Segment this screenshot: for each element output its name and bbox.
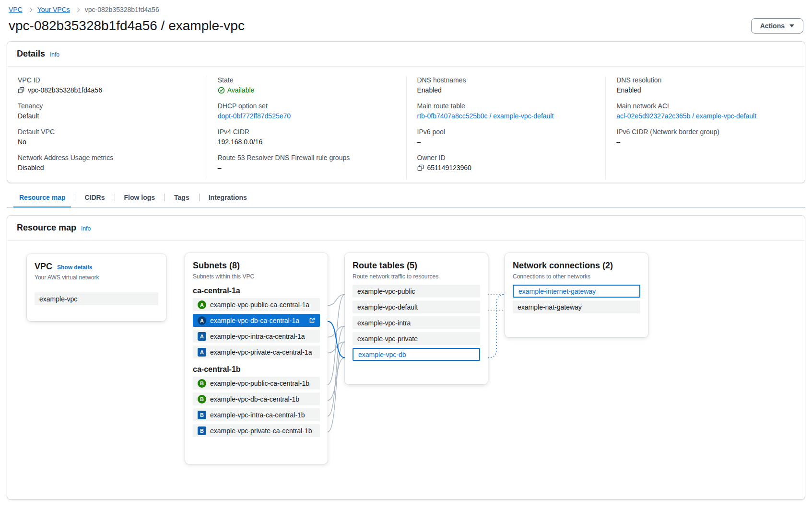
- details-column-3: DNS hostnames Enabled Main route table r…: [406, 76, 606, 180]
- status-badge: Available: [227, 86, 255, 94]
- field-route53-firewall-groups: Route 53 Resolver DNS Firewall rule grou…: [218, 154, 396, 172]
- subnet-item-db-1b[interactable]: B example-vpc-db-ca-central-1b: [193, 392, 320, 405]
- route-table-item-intra[interactable]: example-vpc-intra: [353, 316, 480, 329]
- resource-map-info-link[interactable]: Info: [81, 225, 91, 232]
- field-value: –: [616, 138, 620, 146]
- copy-icon[interactable]: [18, 87, 24, 93]
- route-tables-column-title: Route tables (5): [353, 261, 417, 271]
- subnet-item-label: example-vpc-private-ca-central-1b: [210, 427, 312, 435]
- subnets-column: Subnets (8) Subnets within this VPC ca-c…: [185, 253, 328, 464]
- field-label: IPv6 pool: [417, 128, 595, 136]
- details-info-link[interactable]: Info: [50, 51, 59, 58]
- breadcrumb-separator-icon: [75, 7, 80, 12]
- vpc-column-subtitle: Your AWS virtual network: [35, 274, 158, 281]
- subnet-item-private-1a[interactable]: A example-vpc-private-ca-central-1a: [193, 346, 320, 358]
- subnets-column-subtitle: Subnets within this VPC: [193, 273, 320, 280]
- connection-item-label: example-internet-gateway: [518, 288, 596, 295]
- az-b-badge-icon: B: [198, 395, 206, 403]
- subnet-item-label: example-vpc-public-ca-central-1b: [210, 380, 309, 387]
- subnet-item-label: example-vpc-intra-ca-central-1b: [210, 411, 305, 419]
- main-route-table-link[interactable]: rtb-0fb7407a8cc525b0c / example-vpc-defa…: [417, 112, 554, 120]
- resource-map-title: Resource map: [17, 223, 76, 233]
- details-column-1: VPC ID vpc-082b35328b1fd4a56 Tenancy Def…: [7, 76, 207, 180]
- field-ipv6-pool: IPv6 pool –: [417, 128, 595, 146]
- tab-flow-logs[interactable]: Flow logs: [115, 188, 165, 207]
- subnet-item-intra-1b[interactable]: B example-vpc-intra-ca-central-1b: [193, 408, 320, 421]
- external-link-icon[interactable]: [309, 317, 315, 323]
- field-value: Enabled: [417, 86, 442, 94]
- subnet-item-label: example-vpc-db-ca-central-1b: [210, 395, 299, 403]
- network-connections-column-title: Network connections (2): [513, 261, 613, 271]
- field-network-address-usage-metrics: Network Address Usage metrics Disabled: [18, 154, 196, 172]
- az-b-badge-icon: B: [198, 426, 206, 435]
- breadcrumb: VPC Your VPCs vpc-082b35328b1fd4a56: [0, 0, 812, 14]
- field-dns-resolution: DNS resolution Enabled: [616, 76, 794, 94]
- breadcrumb-separator-icon: [27, 7, 32, 12]
- tab-integrations[interactable]: Integrations: [199, 188, 257, 207]
- az-group-heading: ca-central-1a: [193, 287, 320, 295]
- route-table-item-label: example-vpc-default: [357, 303, 418, 311]
- az-a-badge-icon: A: [198, 332, 206, 341]
- field-value: Disabled: [18, 164, 44, 172]
- vpc-column: VPC Show details Your AWS virtual networ…: [27, 254, 166, 321]
- network-connections-column: Network connections (2) Connections to o…: [505, 253, 648, 337]
- dhcp-option-set-link[interactable]: dopt-0bf772ff87d525e70: [218, 112, 291, 120]
- details-grid: VPC ID vpc-082b35328b1fd4a56 Tenancy Def…: [7, 67, 805, 183]
- tab-cidrs[interactable]: CIDRs: [75, 188, 114, 207]
- field-value: –: [218, 164, 222, 172]
- route-table-item-db[interactable]: example-vpc-db: [353, 348, 480, 361]
- field-label: Route 53 Resolver DNS Firewall rule grou…: [218, 154, 396, 161]
- subnets-column-title: Subnets (8): [193, 261, 240, 271]
- route-tables-column-subtitle: Route network traffic to resources: [353, 273, 480, 280]
- az-group-heading: ca-central-1b: [193, 365, 320, 374]
- az-a-badge-icon: A: [198, 300, 206, 309]
- connection-item-nat-gateway[interactable]: example-nat-gateway: [513, 300, 640, 313]
- field-label: Main network ACL: [616, 102, 794, 110]
- tab-resource-map[interactable]: Resource map: [10, 188, 75, 207]
- field-ipv4-cidr: IPv4 CIDR 192.168.0.0/16: [218, 128, 396, 146]
- subnet-item-public-1a[interactable]: A example-vpc-public-ca-central-1a: [193, 298, 320, 311]
- field-label: DHCP option set: [218, 102, 396, 110]
- show-details-link[interactable]: Show details: [57, 264, 92, 271]
- connection-item-internet-gateway[interactable]: example-internet-gateway: [513, 285, 640, 298]
- breadcrumb-link-vpc[interactable]: VPC: [9, 6, 23, 13]
- field-main-route-table: Main route table rtb-0fb7407a8cc525b0c /…: [417, 102, 595, 120]
- subnet-item-private-1b[interactable]: B example-vpc-private-ca-central-1b: [193, 424, 320, 437]
- details-column-4: DNS resolution Enabled Main network ACL …: [605, 76, 805, 180]
- subnet-item-public-1b[interactable]: B example-vpc-public-ca-central-1b: [193, 377, 320, 390]
- actions-button-label: Actions: [760, 22, 785, 30]
- field-label: Default VPC: [18, 128, 196, 136]
- field-value: 651149123960: [427, 164, 471, 172]
- field-label: IPv4 CIDR: [218, 128, 396, 136]
- field-value: 192.168.0.0/16: [218, 138, 262, 146]
- route-table-item-public[interactable]: example-vpc-public: [353, 285, 480, 298]
- subnet-item-label: example-vpc-private-ca-central-1a: [210, 348, 312, 356]
- breadcrumb-current: vpc-082b35328b1fd4a56: [85, 6, 159, 13]
- details-column-2: State Available DHCP option set dopt-0bf…: [207, 76, 406, 180]
- copy-icon[interactable]: [417, 164, 424, 171]
- vpc-item-label: example-vpc: [39, 295, 77, 303]
- field-label: DNS hostnames: [417, 76, 595, 84]
- field-owner-id: Owner ID 651149123960: [417, 154, 595, 172]
- route-table-item-label: example-vpc-intra: [357, 319, 411, 327]
- field-label: Tenancy: [18, 102, 196, 110]
- main-network-acl-link[interactable]: acl-02e5d92327a2c365b / example-vpc-defa…: [616, 112, 756, 120]
- field-label: State: [218, 76, 396, 84]
- field-value: vpc-082b35328b1fd4a56: [28, 86, 102, 94]
- field-main-network-acl: Main network ACL acl-02e5d92327a2c365b /…: [616, 102, 794, 120]
- field-label: Owner ID: [417, 154, 595, 161]
- tab-tags[interactable]: Tags: [165, 188, 199, 207]
- breadcrumb-link-your-vpcs[interactable]: Your VPCs: [37, 6, 70, 13]
- vpc-item[interactable]: example-vpc: [35, 292, 158, 305]
- field-state: State Available: [218, 76, 396, 94]
- actions-button[interactable]: Actions: [751, 18, 803, 34]
- field-value: Default: [18, 112, 39, 120]
- field-label: DNS resolution: [616, 76, 794, 84]
- field-value: No: [18, 138, 26, 146]
- subnet-item-intra-1a[interactable]: A example-vpc-intra-ca-central-1a: [193, 330, 320, 343]
- az-b-badge-icon: B: [198, 379, 206, 388]
- subnet-item-db-1a[interactable]: A example-vpc-db-ca-central-1a: [193, 314, 320, 327]
- page-title: vpc-082b35328b1fd4a56 / example-vpc: [9, 18, 245, 34]
- route-table-item-default[interactable]: example-vpc-default: [353, 300, 480, 313]
- route-table-item-private[interactable]: example-vpc-private: [353, 332, 480, 345]
